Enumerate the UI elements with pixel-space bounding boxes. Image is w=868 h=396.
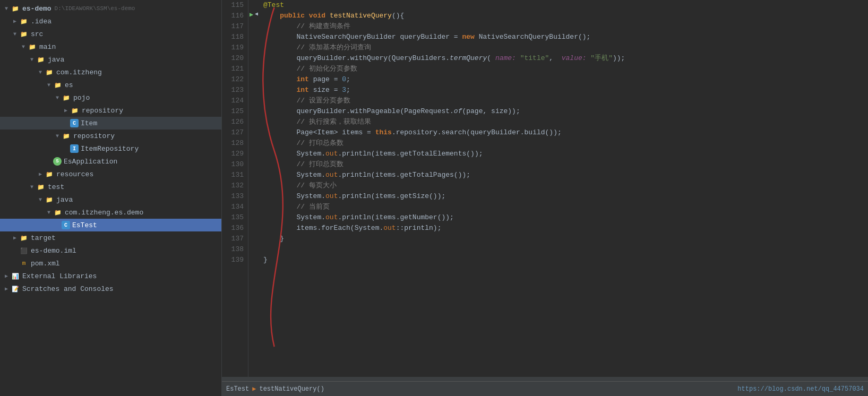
sidebar-item-com-itzheng-es-demo[interactable]: ▼ 📁 com.itzheng.es.demo — [0, 206, 221, 219]
code-line-135: System.out.println(items.getNumber()); — [263, 212, 864, 223]
expand-arrow: ▼ — [36, 68, 45, 76]
folder-icon: 📁 — [19, 233, 29, 243]
expand-arrow: ▼ — [45, 81, 53, 89]
sidebar-item-es-demo[interactable]: ▼ 📁 es-demo D:\IDEAWORK\SSM\es-demo — [0, 2, 221, 15]
sidebar-item-pojo[interactable]: ▼ 📁 pojo — [0, 91, 221, 104]
expand-arrow: ▶ — [11, 234, 19, 242]
sidebar-item-repository-dir[interactable]: ▶ 📁 repository — [0, 104, 221, 117]
spring-icon: S — [53, 157, 62, 166]
folder-icon: 📁 — [19, 16, 29, 26]
expand-arrow: ▶ — [62, 106, 70, 115]
code-line-120: queryBuilder.withQuery(QueryBuilders.ter… — [263, 53, 864, 64]
sidebar-item-target[interactable]: ▶ 📁 target — [0, 231, 221, 244]
code-line-121: // 初始化分页参数 — [263, 64, 864, 74]
bottom-bar: EsTest ▶ testNativeQuery() https://blog.… — [222, 381, 868, 396]
iml-icon: ⬛ — [19, 246, 29, 255]
sidebar-item-EsTest[interactable]: C EsTest — [0, 219, 221, 231]
code-line-131: System.out.println(items.getTotalPages()… — [263, 170, 864, 180]
code-line-132: // 每页大小 — [263, 180, 864, 191]
folder-icon: 📁 — [45, 169, 54, 179]
sidebar[interactable]: ▼ 📁 es-demo D:\IDEAWORK\SSM\es-demo ▶ 📁 … — [0, 0, 222, 396]
code-line-123: int size = 3; — [263, 85, 864, 96]
java-folder-icon: 📁 — [45, 195, 54, 204]
line-num-132: 132 — [226, 180, 244, 191]
line-num-124: 124 — [226, 96, 244, 106]
xml-icon: m — [19, 259, 29, 268]
line-num-137: 137 — [226, 234, 244, 244]
line-num-136: 136 — [226, 223, 244, 234]
code-line-139: } — [263, 255, 864, 265]
code-line-130: // 打印总页数 — [263, 159, 864, 170]
code-container[interactable]: 115 116 117 118 119 120 121 122 123 124 … — [222, 0, 868, 377]
folder-icon: 📁 — [62, 93, 71, 102]
line-num-126: 126 — [226, 117, 244, 127]
sidebar-item-java-test[interactable]: ▼ 📁 java — [0, 193, 221, 206]
line-num-131: 131 — [226, 170, 244, 180]
code-line-138 — [263, 244, 864, 255]
line-num-125: 125 — [226, 106, 244, 117]
expand-arrow: ▼ — [36, 195, 45, 204]
line-num-138: 138 — [226, 244, 244, 255]
sidebar-item-es-demo-iml[interactable]: ⬛ es-demo.iml — [0, 244, 221, 257]
code-line-134: // 当前页 — [263, 202, 864, 212]
sidebar-item-EsApplication[interactable]: S EsApplication — [0, 155, 221, 168]
line-numbers: 115 116 117 118 119 120 121 122 123 124 … — [222, 0, 248, 377]
sidebar-item-main[interactable]: ▼ 📁 main — [0, 40, 221, 53]
horizontal-scrollbar[interactable] — [222, 377, 868, 381]
bottom-method: testNativeQuery() — [259, 385, 324, 393]
no-arrow — [11, 259, 19, 268]
code-line-137: } — [263, 234, 864, 244]
code-line-115: @Test — [263, 0, 864, 11]
code-line-133: System.out.println(items.getSize()); — [263, 191, 864, 202]
sidebar-item-es[interactable]: ▼ 📁 es — [0, 79, 221, 91]
sidebar-item-Item[interactable]: C Item — [0, 117, 221, 130]
sidebar-item-com-itzheng[interactable]: ▼ 📁 com.itzheng — [0, 66, 221, 79]
sidebar-item-resources[interactable]: ▶ 📁 resources — [0, 168, 221, 180]
expand-arrow: ▶ — [2, 272, 11, 280]
sidebar-item-java[interactable]: ▼ 📁 java — [0, 53, 221, 66]
sidebar-item-ItemRepository[interactable]: I ItemRepository — [0, 142, 221, 155]
folder-icon: 📁 — [45, 67, 54, 77]
code-line-122: int page = 0; — [263, 74, 864, 85]
class-icon: C — [70, 119, 79, 127]
expand-arrow: ▼ — [28, 55, 36, 64]
project-tree: ▼ 📁 es-demo D:\IDEAWORK\SSM\es-demo ▶ 📁 … — [0, 0, 221, 396]
line-num-122: 122 — [226, 74, 244, 85]
line-num-119: 119 — [226, 42, 244, 53]
sidebar-item-repository-pkg[interactable]: ▼ 📁 repository — [0, 130, 221, 142]
bottom-breadcrumb: EsTest ▶ testNativeQuery() — [226, 385, 324, 393]
external-lib-icon: 📊 — [11, 271, 20, 281]
main-container: ▼ 📁 es-demo D:\IDEAWORK\SSM\es-demo ▶ 📁 … — [0, 0, 868, 396]
sidebar-item-idea[interactable]: ▶ 📁 .idea — [0, 15, 221, 28]
editor-wrapper: 115 116 117 118 119 120 121 122 123 124 … — [222, 0, 868, 396]
line-num-123: 123 — [226, 85, 244, 96]
code-line-118: NativeSearchQueryBuilder queryBuilder = … — [263, 32, 864, 42]
sidebar-item-external-libraries[interactable]: ▶ 📊 External Libraries — [0, 270, 221, 282]
expand-arrow: ▼ — [45, 208, 53, 217]
no-arrow — [45, 157, 53, 166]
folder-icon: 📁 — [11, 4, 20, 13]
test-folder-icon: 📁 — [36, 182, 46, 192]
expand-arrow: ▼ — [19, 42, 28, 51]
code-content[interactable]: @Test public void testNativeQuery(){ // … — [259, 0, 868, 377]
code-line-136: items.forEach(System.out::println); — [263, 223, 864, 234]
line-num-139: 139 — [226, 255, 244, 265]
line-num-135: 135 — [226, 212, 244, 223]
sidebar-item-scratches[interactable]: ▶ 📝 Scratches and Consoles — [0, 282, 221, 295]
no-arrow — [53, 221, 62, 229]
sidebar-item-pom-xml[interactable]: m pom.xml — [0, 257, 221, 270]
java-folder-icon: 📁 — [36, 55, 46, 64]
line-num-127: 127 — [226, 127, 244, 138]
folder-icon: 📁 — [53, 208, 63, 217]
code-line-116: public void testNativeQuery(){ — [263, 11, 864, 21]
line-num-134: 134 — [226, 202, 244, 212]
run-icon[interactable]: ▶ — [250, 11, 253, 19]
expand-arrow: ▼ — [2, 4, 11, 13]
sidebar-item-test[interactable]: ▼ 📁 test — [0, 180, 221, 193]
expand-arrow: ▶ — [11, 17, 19, 25]
sidebar-item-src[interactable]: ▼ 📁 src — [0, 28, 221, 40]
no-arrow — [11, 246, 19, 255]
line-num-128: 128 — [226, 138, 244, 149]
code-line-128: // 打印总条数 — [263, 138, 864, 149]
bottom-class: EsTest — [226, 385, 249, 393]
